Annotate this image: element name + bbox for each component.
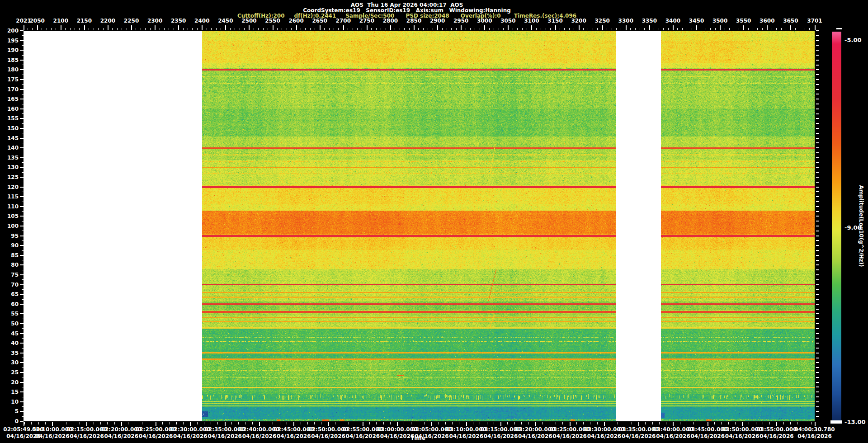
top-axis-minor-tick [423, 28, 424, 30]
top-axis-minor-tick [428, 28, 428, 30]
freq-axis-minor-tick [22, 348, 24, 349]
right-axis-tick [816, 128, 819, 129]
top-axis-major-tick [531, 25, 532, 30]
freq-axis-major-tick [20, 108, 24, 109]
freq-axis-tick-label: 150 [0, 125, 19, 132]
top-axis-minor-tick [357, 28, 358, 30]
time-axis-minor-tick [542, 422, 542, 424]
top-axis-minor-tick [395, 28, 395, 30]
top-axis-minor-tick [240, 28, 240, 30]
freq-axis-minor-tick [22, 319, 24, 319]
freq-axis-tick-label: 55 [0, 311, 19, 317]
freq-axis-tick-label: 195 [0, 38, 19, 44]
freq-axis-minor-tick [22, 143, 24, 143]
right-axis-tick [816, 55, 819, 56]
freq-axis-tick-label: 10 [0, 399, 19, 405]
top-axis-minor-tick [630, 28, 631, 30]
top-axis-minor-tick [748, 28, 749, 30]
top-axis-minor-tick [338, 28, 339, 30]
top-axis-major-tick [484, 25, 485, 30]
time-axis-date-label: 04/16/2026 [622, 433, 656, 439]
top-axis-minor-tick [277, 28, 278, 30]
top-axis-minor-tick [682, 28, 683, 30]
time-axis-minor-tick [204, 422, 204, 424]
top-axis-tick-label: 3450 [689, 18, 704, 24]
top-axis-major-tick [225, 25, 226, 30]
right-axis-tick [816, 40, 819, 41]
time-axis-minor-tick [231, 422, 232, 424]
time-axis-minor-tick [245, 422, 245, 424]
top-axis-minor-tick [207, 28, 207, 30]
top-axis-minor-tick [701, 28, 701, 30]
top-axis-minor-tick [169, 28, 169, 30]
top-axis-minor-tick [268, 28, 268, 30]
right-axis-tick [816, 391, 819, 392]
time-axis-minor-tick [473, 422, 473, 424]
freq-axis-major-tick [20, 89, 24, 90]
time-axis-date-label: 04/16/2026 [277, 433, 311, 439]
freq-axis-tick-label: 85 [0, 252, 19, 259]
time-axis-minor-tick [314, 422, 315, 424]
freq-axis-minor-tick [22, 182, 24, 182]
time-axis-minor-tick [790, 422, 791, 424]
top-axis-major-tick [273, 25, 274, 30]
top-axis-minor-tick [687, 28, 687, 30]
time-axis-minor-tick [114, 422, 115, 424]
freq-axis-major-tick [20, 196, 24, 197]
colorbar-max-tick [836, 28, 842, 29]
right-axis-tick [816, 89, 819, 90]
top-axis-tick-label: 2600 [288, 18, 303, 24]
top-axis-minor-tick [254, 28, 254, 30]
right-axis-tick [816, 133, 819, 134]
time-axis-minor-tick [756, 422, 756, 424]
right-axis-tick [816, 84, 819, 85]
freq-axis-minor-tick [22, 416, 24, 417]
top-axis-major-tick [579, 25, 580, 30]
top-axis-minor-tick [117, 28, 118, 30]
top-axis-minor-tick [362, 28, 362, 30]
right-axis-tick [816, 382, 819, 383]
right-axis-tick [816, 152, 819, 153]
freq-axis-tick-label: 15 [0, 389, 19, 395]
top-axis-minor-tick [513, 28, 513, 30]
time-axis-minor-tick [742, 422, 742, 424]
freq-axis-minor-tick [22, 397, 24, 397]
top-axis-tick-label: 3150 [547, 18, 562, 24]
top-axis-minor-tick [42, 28, 42, 30]
top-axis-minor-tick [546, 28, 546, 30]
time-axis-minor-tick [638, 422, 639, 424]
freq-axis-major-tick [20, 372, 24, 373]
time-axis-minor-tick [576, 422, 577, 424]
time-axis-minor-tick [383, 422, 384, 424]
freq-axis-minor-tick [22, 260, 24, 260]
time-axis-date-label: 04/16/2026 [380, 433, 415, 439]
top-axis-tick-label: 3200 [571, 18, 586, 24]
time-axis-minor-tick [183, 422, 184, 424]
top-axis-minor-tick [353, 28, 353, 30]
top-axis-minor-tick [607, 28, 607, 30]
top-axis-minor-tick [499, 28, 499, 30]
time-axis-minor-tick [52, 422, 52, 424]
top-axis-major-tick [555, 25, 556, 30]
top-axis-tick-label: 2550 [265, 18, 280, 24]
freq-axis-minor-tick [22, 231, 24, 231]
freq-axis-minor-tick [22, 172, 24, 173]
top-axis-minor-tick [89, 28, 89, 30]
top-axis-tick-label: 3250 [595, 18, 610, 24]
freq-axis-minor-tick [22, 104, 24, 104]
top-axis-tick-label: 3100 [524, 18, 539, 24]
time-axis-minor-tick [162, 422, 163, 424]
spectrogram-canvas [24, 31, 815, 421]
top-axis-tick-label: 3050 [500, 18, 515, 24]
top-axis-major-tick [626, 25, 627, 30]
freq-axis-minor-tick [22, 65, 24, 65]
top-axis-minor-tick [588, 28, 588, 30]
freq-axis-minor-tick [22, 309, 24, 309]
right-axis-tick [816, 201, 819, 202]
time-axis-date-label: 04/16/2026 [173, 433, 208, 439]
right-axis-tick [816, 255, 819, 256]
freq-axis-minor-tick [22, 113, 24, 114]
right-axis-tick [816, 60, 819, 61]
time-axis-minor-tick [604, 422, 604, 424]
time-axis-minor-tick [142, 422, 142, 424]
